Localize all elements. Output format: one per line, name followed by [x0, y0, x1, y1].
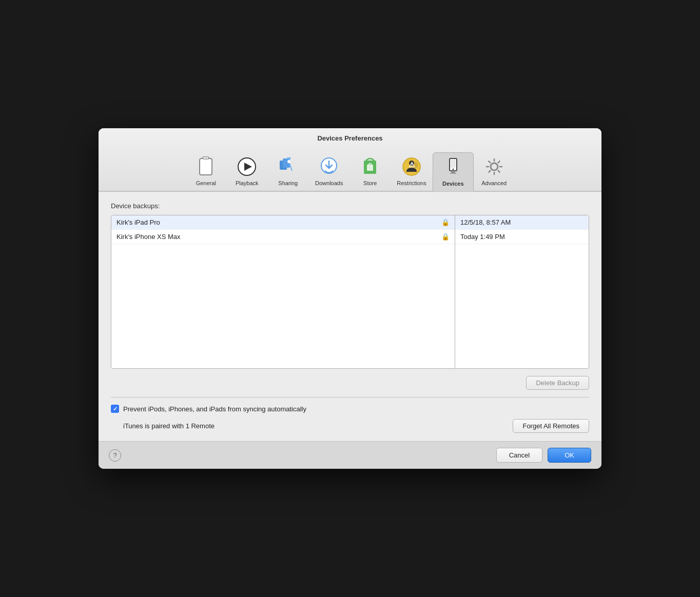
- advanced-label: Advanced: [481, 180, 507, 186]
- svg-rect-18: [451, 172, 455, 173]
- title-bar: Devices Preferences General: [99, 128, 601, 191]
- svg-line-28: [488, 170, 490, 172]
- table-row[interactable]: Kirk's iPhone XS Max 🔒: [111, 230, 455, 244]
- svg-rect-19: [450, 173, 456, 174]
- toolbar-item-sharing[interactable]: Sharing: [267, 152, 308, 191]
- svg-line-26: [498, 170, 500, 172]
- svg-point-17: [452, 169, 454, 170]
- sharing-label: Sharing: [278, 180, 298, 186]
- bottom-bar: ? Cancel OK: [99, 441, 601, 469]
- playback-label: Playback: [236, 180, 259, 186]
- svg-point-7: [287, 160, 290, 163]
- svg-rect-16: [451, 160, 456, 168]
- preferences-window: Devices Preferences General: [99, 128, 601, 469]
- prevent-sync-checkbox[interactable]: [111, 405, 119, 413]
- downloads-icon: [318, 155, 340, 178]
- toolbar-item-general[interactable]: General: [185, 152, 226, 191]
- cancel-button[interactable]: Cancel: [496, 448, 542, 463]
- toolbar-item-devices[interactable]: Devices: [433, 152, 474, 191]
- forget-remotes-button[interactable]: Forget All Remotes: [513, 419, 589, 433]
- svg-rect-0: [200, 158, 212, 175]
- main-content: Device backups: Kirk's iPad Pro 🔒 Kirk's…: [99, 191, 601, 441]
- downloads-label: Downloads: [315, 180, 343, 186]
- delete-backup-row: Delete Backup: [111, 376, 589, 390]
- svg-text:⚠: ⚠: [409, 161, 415, 169]
- divider: [111, 397, 589, 397]
- backup-date: Today 1:49 PM: [460, 233, 505, 241]
- backup-table: Kirk's iPad Pro 🔒 Kirk's iPhone XS Max 🔒…: [111, 215, 589, 369]
- sharing-icon: [277, 155, 299, 178]
- device-name: Kirk's iPhone XS Max: [116, 233, 181, 241]
- toolbar-item-downloads[interactable]: Downloads: [308, 152, 349, 191]
- delete-backup-button[interactable]: Delete Backup: [526, 376, 589, 390]
- store-icon: [359, 155, 381, 178]
- backup-devices-column: Kirk's iPad Pro 🔒 Kirk's iPhone XS Max 🔒: [111, 215, 455, 368]
- help-button[interactable]: ?: [109, 449, 121, 462]
- device-name: Kirk's iPad Pro: [116, 218, 160, 226]
- remotes-label: iTunes is paired with 1 Remote: [123, 422, 215, 430]
- list-item: 12/5/18, 8:57 AM: [455, 215, 589, 230]
- general-label: General: [196, 180, 216, 186]
- store-label: Store: [363, 180, 377, 186]
- devices-label: Devices: [442, 181, 464, 187]
- general-icon: [195, 155, 217, 178]
- toolbar: General Playback: [99, 148, 601, 191]
- toolbar-item-store[interactable]: Store: [349, 152, 391, 191]
- prevent-sync-label: Prevent iPods, iPhones, and iPads from s…: [123, 405, 306, 413]
- section-label: Device backups:: [111, 202, 589, 210]
- backup-dates-column: 12/5/18, 8:57 AM Today 1:49 PM: [455, 215, 589, 368]
- backup-date: 12/5/18, 8:57 AM: [460, 218, 511, 226]
- svg-line-27: [498, 161, 500, 163]
- lock-icon: 🔒: [441, 233, 450, 241]
- devices-icon: [442, 156, 464, 178]
- action-buttons: Cancel OK: [496, 448, 591, 463]
- window-title: Devices Preferences: [99, 134, 601, 142]
- prevent-sync-row: Prevent iPods, iPhones, and iPads from s…: [111, 405, 589, 413]
- svg-rect-10: [367, 165, 373, 171]
- restrictions-label: Restrictions: [397, 180, 426, 186]
- ok-button[interactable]: OK: [548, 448, 591, 463]
- svg-line-25: [488, 161, 490, 163]
- playback-icon: [236, 155, 258, 178]
- table-row[interactable]: Kirk's iPad Pro 🔒: [111, 215, 455, 230]
- toolbar-item-advanced[interactable]: Advanced: [474, 152, 515, 191]
- list-item: Today 1:49 PM: [455, 230, 589, 244]
- advanced-icon: [483, 155, 505, 178]
- svg-rect-1: [203, 157, 209, 159]
- toolbar-item-restrictions[interactable]: ⚠ Restrictions: [391, 152, 432, 191]
- restrictions-icon: ⚠: [400, 155, 423, 178]
- remotes-row: iTunes is paired with 1 Remote Forget Al…: [111, 419, 589, 433]
- lock-icon: 🔒: [441, 218, 450, 226]
- toolbar-item-playback[interactable]: Playback: [226, 152, 267, 191]
- svg-point-20: [491, 163, 498, 170]
